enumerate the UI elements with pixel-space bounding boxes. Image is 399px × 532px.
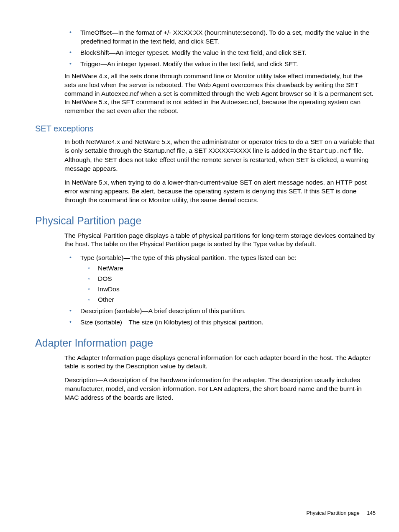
- type-options-list: NetWare DOS InwDos Other: [80, 264, 376, 304]
- adapter-info-p2: Description—A description of the hardwar…: [64, 376, 376, 402]
- mono-text: Startup.ncf: [309, 147, 351, 155]
- physical-partition-intro: The Physical Partition page displays a t…: [64, 231, 376, 249]
- page-body: TimeOffset—In the format of +/- XX:XX:XX…: [35, 28, 376, 402]
- list-item: Description (sortable)—A brief descripti…: [64, 307, 376, 316]
- list-item: Type (sortable)—The type of this physica…: [64, 254, 376, 304]
- set-exceptions-heading: SET exceptions: [35, 123, 376, 134]
- list-item: Size (sortable)—The size (in Kilobytes) …: [64, 318, 376, 327]
- list-item: Trigger—An integer typeset. Modify the v…: [64, 60, 376, 69]
- list-item: InwDos: [80, 285, 376, 294]
- adapter-info-p1: The Adapter Information page displays ge…: [64, 354, 376, 371]
- set-exceptions-p1: In both NetWare4.x and NetWare 5.x, when…: [64, 138, 376, 173]
- adapter-info-heading: Adapter Information page: [35, 336, 376, 350]
- set-exceptions-p2: In NetWare 5.x, when trying to do a lowe…: [64, 178, 376, 205]
- list-item: Other: [80, 296, 376, 304]
- netware-paragraph: In NetWare 4.x, all the sets done throug…: [64, 72, 376, 116]
- type-label: Type (sortable)—The type of this physica…: [80, 254, 297, 261]
- list-item: TimeOffset—In the format of +/- XX:XX:XX…: [64, 28, 376, 46]
- physical-partition-heading: Physical Partition page: [35, 214, 376, 228]
- top-bullet-list: TimeOffset—In the format of +/- XX:XX:XX…: [64, 28, 376, 69]
- list-item: DOS: [80, 275, 376, 283]
- physical-partition-list: Type (sortable)—The type of this physica…: [64, 254, 376, 326]
- list-item: BlockShift—An integer typeset. Modify th…: [64, 49, 376, 57]
- list-item: NetWare: [80, 264, 376, 273]
